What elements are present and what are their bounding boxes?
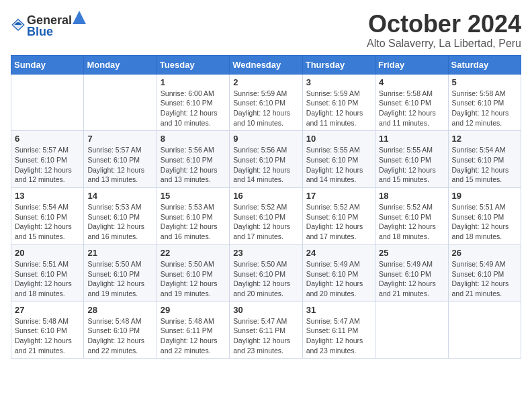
day-info: Sunrise: 5:54 AMSunset: 6:10 PMDaylight:… — [452, 145, 517, 185]
calendar-cell: 3Sunrise: 5:59 AMSunset: 6:10 PMDaylight… — [302, 74, 375, 131]
column-header-thursday: Thursday — [302, 55, 375, 74]
day-number: 2 — [233, 77, 298, 87]
calendar-cell: 12Sunrise: 5:54 AMSunset: 6:10 PMDayligh… — [448, 131, 521, 188]
calendar-cell: 19Sunrise: 5:51 AMSunset: 6:10 PMDayligh… — [448, 188, 521, 245]
calendar-cell: 17Sunrise: 5:52 AMSunset: 6:10 PMDayligh… — [302, 188, 375, 245]
calendar-cell: 30Sunrise: 5:47 AMSunset: 6:11 PMDayligh… — [230, 302, 302, 359]
day-info: Sunrise: 5:51 AMSunset: 6:10 PMDaylight:… — [15, 259, 80, 299]
column-header-tuesday: Tuesday — [157, 55, 229, 74]
calendar-week-row: 27Sunrise: 5:48 AMSunset: 6:10 PMDayligh… — [11, 302, 521, 359]
day-info: Sunrise: 5:49 AMSunset: 6:10 PMDaylight:… — [452, 259, 517, 299]
calendar-cell: 16Sunrise: 5:52 AMSunset: 6:10 PMDayligh… — [230, 188, 302, 245]
day-info: Sunrise: 5:55 AMSunset: 6:10 PMDaylight:… — [379, 145, 444, 185]
page-header: General Blue October 2024 Alto Salaverry… — [11, 11, 521, 50]
logo-triangle-icon — [73, 11, 86, 24]
calendar-body: 1Sunrise: 6:00 AMSunset: 6:10 PMDaylight… — [11, 74, 521, 359]
day-number: 13 — [15, 191, 80, 201]
calendar-cell: 28Sunrise: 5:48 AMSunset: 6:10 PMDayligh… — [84, 302, 157, 359]
day-number: 26 — [452, 248, 517, 258]
calendar-cell: 1Sunrise: 6:00 AMSunset: 6:10 PMDaylight… — [157, 74, 229, 131]
calendar-cell: 2Sunrise: 5:59 AMSunset: 6:10 PMDaylight… — [230, 74, 302, 131]
column-header-friday: Friday — [375, 55, 448, 74]
calendar-cell: 6Sunrise: 5:57 AMSunset: 6:10 PMDaylight… — [11, 131, 84, 188]
day-number: 25 — [379, 248, 444, 258]
calendar-subtitle: Alto Salaverry, La Libertad, Peru — [367, 38, 521, 50]
day-number: 23 — [233, 248, 298, 258]
day-info: Sunrise: 5:53 AMSunset: 6:10 PMDaylight:… — [87, 202, 152, 242]
day-number: 27 — [15, 305, 80, 315]
calendar-cell: 31Sunrise: 5:47 AMSunset: 6:11 PMDayligh… — [302, 302, 375, 359]
calendar-header: SundayMondayTuesdayWednesdayThursdayFrid… — [11, 55, 521, 74]
calendar-cell: 27Sunrise: 5:48 AMSunset: 6:10 PMDayligh… — [11, 302, 84, 359]
day-number: 9 — [233, 134, 298, 144]
day-info: Sunrise: 5:52 AMSunset: 6:10 PMDaylight:… — [233, 202, 298, 242]
day-number: 8 — [161, 134, 226, 144]
day-info: Sunrise: 5:51 AMSunset: 6:10 PMDaylight:… — [452, 202, 517, 242]
day-info: Sunrise: 5:48 AMSunset: 6:11 PMDaylight:… — [161, 316, 226, 356]
day-info: Sunrise: 5:57 AMSunset: 6:10 PMDaylight:… — [15, 145, 80, 185]
day-info: Sunrise: 5:49 AMSunset: 6:10 PMDaylight:… — [306, 259, 371, 299]
day-number: 15 — [161, 191, 226, 201]
day-info: Sunrise: 5:50 AMSunset: 6:10 PMDaylight:… — [87, 259, 152, 299]
day-number: 10 — [306, 134, 371, 144]
day-number: 29 — [161, 305, 226, 315]
day-info: Sunrise: 5:50 AMSunset: 6:10 PMDaylight:… — [161, 259, 226, 299]
day-info: Sunrise: 5:52 AMSunset: 6:10 PMDaylight:… — [306, 202, 371, 242]
day-info: Sunrise: 5:56 AMSunset: 6:10 PMDaylight:… — [233, 145, 298, 185]
day-info: Sunrise: 5:47 AMSunset: 6:11 PMDaylight:… — [233, 316, 298, 356]
day-info: Sunrise: 5:58 AMSunset: 6:10 PMDaylight:… — [379, 89, 444, 128]
calendar-cell: 8Sunrise: 5:56 AMSunset: 6:10 PMDaylight… — [157, 131, 229, 188]
day-number: 28 — [87, 305, 152, 315]
day-number: 5 — [452, 77, 517, 87]
day-info: Sunrise: 5:52 AMSunset: 6:10 PMDaylight:… — [379, 202, 444, 242]
calendar-cell: 20Sunrise: 5:51 AMSunset: 6:10 PMDayligh… — [11, 244, 84, 302]
calendar-cell: 15Sunrise: 5:53 AMSunset: 6:10 PMDayligh… — [157, 188, 229, 245]
day-number: 19 — [452, 191, 517, 201]
day-info: Sunrise: 5:54 AMSunset: 6:10 PMDaylight:… — [15, 202, 80, 242]
day-info: Sunrise: 6:00 AMSunset: 6:10 PMDaylight:… — [161, 89, 226, 128]
calendar-week-row: 13Sunrise: 5:54 AMSunset: 6:10 PMDayligh… — [11, 188, 521, 245]
day-number: 6 — [15, 134, 80, 144]
day-number: 16 — [233, 191, 298, 201]
calendar-cell: 9Sunrise: 5:56 AMSunset: 6:10 PMDaylight… — [230, 131, 302, 188]
calendar-cell — [448, 302, 521, 359]
day-number: 30 — [233, 305, 298, 315]
column-header-wednesday: Wednesday — [230, 55, 302, 74]
calendar-cell: 24Sunrise: 5:49 AMSunset: 6:10 PMDayligh… — [302, 244, 375, 302]
calendar-cell: 13Sunrise: 5:54 AMSunset: 6:10 PMDayligh… — [11, 188, 84, 245]
day-number: 12 — [452, 134, 517, 144]
calendar-cell: 4Sunrise: 5:58 AMSunset: 6:10 PMDaylight… — [375, 74, 448, 131]
day-info: Sunrise: 5:50 AMSunset: 6:10 PMDaylight:… — [233, 259, 298, 299]
day-info: Sunrise: 5:47 AMSunset: 6:11 PMDaylight:… — [306, 316, 371, 356]
day-info: Sunrise: 5:59 AMSunset: 6:10 PMDaylight:… — [233, 89, 298, 128]
calendar-cell: 18Sunrise: 5:52 AMSunset: 6:10 PMDayligh… — [375, 188, 448, 245]
column-header-sunday: Sunday — [11, 55, 84, 74]
calendar-cell: 25Sunrise: 5:49 AMSunset: 6:10 PMDayligh… — [375, 244, 448, 302]
calendar-cell: 22Sunrise: 5:50 AMSunset: 6:10 PMDayligh… — [157, 244, 229, 302]
day-info: Sunrise: 5:57 AMSunset: 6:10 PMDaylight:… — [87, 145, 152, 185]
day-info: Sunrise: 5:53 AMSunset: 6:10 PMDaylight:… — [161, 202, 226, 242]
logo-icon — [11, 17, 26, 32]
day-info: Sunrise: 5:56 AMSunset: 6:10 PMDaylight:… — [161, 145, 226, 185]
calendar-table: SundayMondayTuesdayWednesdayThursdayFrid… — [11, 55, 521, 359]
calendar-cell: 10Sunrise: 5:55 AMSunset: 6:10 PMDayligh… — [302, 131, 375, 188]
calendar-week-row: 20Sunrise: 5:51 AMSunset: 6:10 PMDayligh… — [11, 244, 521, 302]
calendar-cell: 14Sunrise: 5:53 AMSunset: 6:10 PMDayligh… — [84, 188, 157, 245]
calendar-week-row: 6Sunrise: 5:57 AMSunset: 6:10 PMDaylight… — [11, 131, 521, 188]
calendar-title: October 2024 — [367, 11, 521, 38]
day-info: Sunrise: 5:48 AMSunset: 6:10 PMDaylight:… — [87, 316, 152, 356]
day-number: 7 — [87, 134, 152, 144]
day-number: 3 — [306, 77, 371, 87]
calendar-cell: 5Sunrise: 5:58 AMSunset: 6:10 PMDaylight… — [448, 74, 521, 131]
day-number: 1 — [161, 77, 226, 87]
column-header-saturday: Saturday — [448, 55, 521, 74]
calendar-cell: 21Sunrise: 5:50 AMSunset: 6:10 PMDayligh… — [84, 244, 157, 302]
day-number: 24 — [306, 248, 371, 258]
calendar-cell: 23Sunrise: 5:50 AMSunset: 6:10 PMDayligh… — [230, 244, 302, 302]
day-number: 4 — [379, 77, 444, 87]
day-number: 11 — [379, 134, 444, 144]
svg-marker-2 — [73, 11, 86, 24]
calendar-cell — [84, 74, 157, 131]
day-info: Sunrise: 5:48 AMSunset: 6:10 PMDaylight:… — [15, 316, 80, 356]
day-number: 22 — [161, 248, 226, 258]
